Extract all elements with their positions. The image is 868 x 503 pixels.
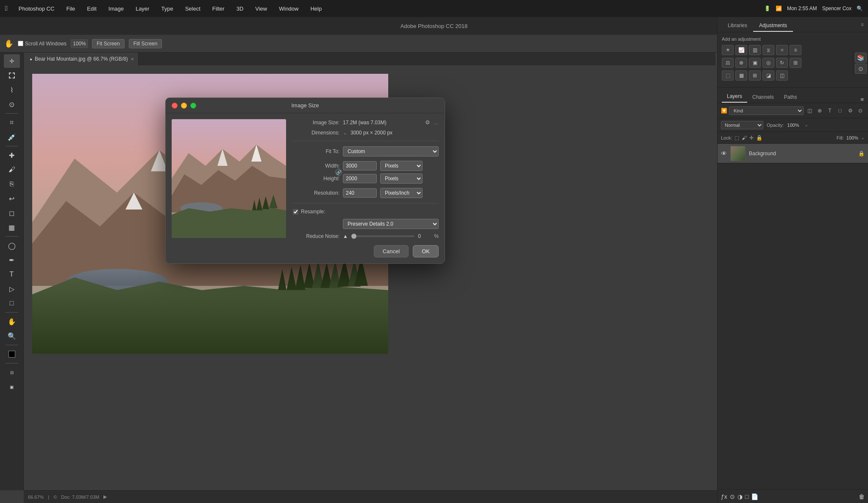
reduce-noise-label: Reduce Noise: [293,233,339,239]
resample-method-select[interactable]: Preserve Details 2.0 [343,219,439,229]
reduce-noise-pct: % [434,233,439,239]
reduce-noise-slider[interactable] [351,235,415,237]
constrain-proportions-icon[interactable]: 🔗 [335,169,342,176]
height-input[interactable] [343,174,377,183]
height-unit-select[interactable]: Pixels [380,173,423,184]
width-unit-select[interactable]: Pixels [380,161,423,171]
svg-marker-26 [172,208,286,238]
width-row: Width: Pixels [293,161,439,171]
dimensions-value: 3000 px × 2000 px [351,130,392,136]
link-icon-container: 🔗 [335,165,342,179]
dialog-body: Image Size: 17.2M (was 7.03M) ⚙ … Dimens… [166,113,445,245]
resample-row: Resample: [293,209,439,215]
image-size-dialog: Image Size [165,98,445,264]
resample-select-row: Preserve Details 2.0 [293,219,439,229]
image-size-gear-icon[interactable]: ⚙ [425,119,430,126]
dimensions-arrow-icon[interactable]: ⌄ [343,130,347,136]
height-row: Height: Pixels [293,173,439,184]
resolution-unit-select[interactable]: Pixels/Inch [380,188,423,198]
resolution-row: Resolution: Pixels/Inch [293,188,439,198]
cancel-button[interactable]: Cancel [374,245,409,257]
width-height-group: Width: Pixels 🔗 Height: [293,161,439,184]
noise-triangle-icon: ▲ [343,233,348,239]
dialog-minimize-button[interactable] [181,103,187,109]
dialog-maximize-button[interactable] [190,103,196,109]
ok-button[interactable]: OK [413,245,439,257]
dialog-controls: Image Size: 17.2M (was 7.03M) ⚙ … Dimens… [293,119,439,239]
image-size-info-icon[interactable]: … [434,120,439,126]
image-size-row: Image Size: 17.2M (was 7.03M) ⚙ … [293,119,439,126]
height-label: Height: [293,176,339,182]
width-input[interactable] [343,161,377,170]
width-label: Width: [293,163,339,169]
resolution-input[interactable] [343,188,377,198]
resample-label: Resample: [301,209,325,215]
dialog-title-bar: Image Size [166,98,445,113]
dialog-close-button[interactable] [172,103,178,109]
resample-checkbox[interactable] [293,209,298,215]
fit-to-label: Fit To: [293,148,339,154]
dialog-preview [172,119,286,238]
fit-to-select[interactable]: Custom [343,146,439,156]
reduce-noise-value: 0 [418,233,431,239]
resolution-label: Resolution: [293,190,339,196]
dialog-title-text: Image Size [291,102,319,109]
image-size-label: Image Size: [293,120,339,126]
dimensions-label: Dimensions: [293,130,339,136]
dialog-overlay: Image Size [0,0,868,503]
fit-to-row: Fit To: Custom [293,146,439,156]
image-size-value: 17.2M (was 7.03M) [343,120,387,126]
reduce-noise-row: Reduce Noise: ▲ 0 % [293,233,439,239]
ctrl-divider-1 [293,141,439,141]
ctrl-divider-2 [293,203,439,204]
dialog-buttons: Cancel OK [166,245,445,263]
preview-svg [172,119,286,238]
dimensions-row: Dimensions: ⌄ 3000 px × 2000 px [293,130,439,136]
